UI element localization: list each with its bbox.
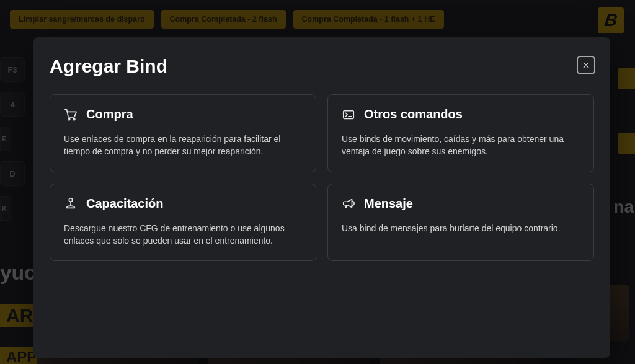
card-title: Mensaje bbox=[364, 197, 413, 211]
card-title: Compra bbox=[86, 107, 133, 122]
card-desc: Use enlaces de compra en la reaparición … bbox=[64, 133, 302, 158]
close-icon bbox=[582, 61, 590, 69]
svg-rect-2 bbox=[344, 110, 354, 118]
card-otros-comandos[interactable]: Otros comandos Use binds de movimiento, … bbox=[327, 94, 594, 172]
cart-icon bbox=[64, 108, 78, 122]
megaphone-icon bbox=[342, 197, 355, 210]
joystick-icon bbox=[64, 197, 78, 210]
modal-title: Agregar Bind bbox=[50, 56, 594, 77]
card-capacitacion[interactable]: Capacitación Descargue nuestro CFG de en… bbox=[50, 184, 316, 262]
card-desc: Usa bind de mensajes para burlarte del e… bbox=[342, 222, 580, 234]
add-bind-modal: Agregar Bind Compra Use enlaces de compr… bbox=[33, 37, 610, 358]
svg-point-0 bbox=[68, 118, 70, 120]
card-mensaje[interactable]: Mensaje Usa bind de mensajes para burlar… bbox=[327, 184, 594, 262]
bind-type-grid: Compra Use enlaces de compra en la reapa… bbox=[50, 94, 594, 261]
close-button[interactable] bbox=[577, 56, 595, 74]
card-title: Otros comandos bbox=[364, 107, 463, 122]
card-title: Capacitación bbox=[86, 197, 163, 211]
svg-point-3 bbox=[69, 198, 73, 202]
terminal-icon bbox=[342, 108, 355, 122]
card-desc: Descargue nuestro CFG de entrenamiento o… bbox=[64, 222, 302, 247]
card-compra[interactable]: Compra Use enlaces de compra en la reapa… bbox=[50, 94, 316, 172]
svg-point-1 bbox=[73, 118, 75, 120]
card-desc: Use binds de movimiento, caídas y más pa… bbox=[342, 133, 580, 158]
